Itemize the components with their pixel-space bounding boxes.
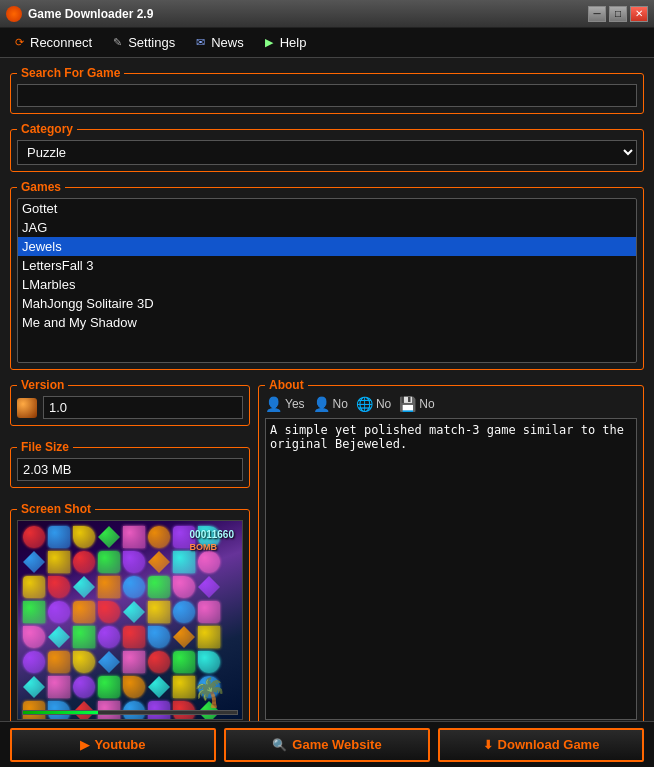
about-no1-label: No bbox=[333, 397, 348, 411]
reconnect-icon: ⟳ bbox=[12, 36, 26, 50]
settings-icon: ✎ bbox=[110, 36, 124, 50]
screenshot-image: 00011660 BOMB 🌴 bbox=[17, 520, 243, 720]
youtube-label: Youtube bbox=[94, 737, 145, 752]
download-icon: ⬇ bbox=[483, 738, 493, 752]
about-fieldset: About 👤 Yes 👤 No 🌐 No 💾 bbox=[258, 378, 644, 721]
progress-bar-bg bbox=[22, 710, 238, 715]
menu-item-help[interactable]: ▶ Help bbox=[254, 31, 315, 54]
screenshot-fieldset: Screen Shot 00011660 BOMB 🌴 bbox=[10, 502, 250, 721]
about-yes-label: Yes bbox=[285, 397, 305, 411]
game-website-icon: 🔍 bbox=[272, 738, 287, 752]
menu-label-reconnect: Reconnect bbox=[30, 35, 92, 50]
youtube-icon: ▶ bbox=[80, 738, 89, 752]
menu-item-reconnect[interactable]: ⟳ Reconnect bbox=[4, 31, 100, 54]
palm-tree-decoration: 🌴 bbox=[192, 676, 227, 709]
version-fieldset: Version bbox=[10, 378, 250, 426]
menu-label-settings: Settings bbox=[128, 35, 175, 50]
minimize-button[interactable]: ─ bbox=[588, 6, 606, 22]
about-icon-no3: 💾 No bbox=[399, 396, 434, 412]
version-legend: Version bbox=[17, 378, 68, 392]
game-website-label: Game Website bbox=[292, 737, 381, 752]
about-icon-no2: 🌐 No bbox=[356, 396, 391, 412]
version-icon bbox=[17, 398, 37, 418]
category-select[interactable]: PuzzleActionAdventureArcadeStrategySport… bbox=[17, 140, 637, 165]
window-title: Game Downloader 2.9 bbox=[28, 7, 153, 21]
close-button[interactable]: ✕ bbox=[630, 6, 648, 22]
menu-label-help: Help bbox=[280, 35, 307, 50]
search-input[interactable] bbox=[17, 84, 637, 107]
bottom-bar: ▶ Youtube 🔍 Game Website ⬇ Download Game bbox=[0, 721, 654, 767]
search-fieldset: Search For Game bbox=[10, 66, 644, 114]
category-legend: Category bbox=[17, 122, 77, 136]
about-no3-label: No bbox=[419, 397, 434, 411]
window-controls: ─ □ ✕ bbox=[588, 6, 648, 22]
filesize-fieldset: File Size bbox=[10, 440, 250, 488]
title-bar: Game Downloader 2.9 ─ □ ✕ bbox=[0, 0, 654, 28]
version-input[interactable] bbox=[43, 396, 243, 419]
filesize-input[interactable] bbox=[17, 458, 243, 481]
search-legend: Search For Game bbox=[17, 66, 124, 80]
filesize-legend: File Size bbox=[17, 440, 73, 454]
download-game-label: Download Game bbox=[498, 737, 600, 752]
category-fieldset: Category PuzzleActionAdventureArcadeStra… bbox=[10, 122, 644, 172]
app-icon bbox=[6, 6, 22, 22]
menu-label-news: News bbox=[211, 35, 244, 50]
about-icon-no1: 👤 No bbox=[313, 396, 348, 412]
left-column: Version File Size Screen Shot 00011660 bbox=[10, 378, 250, 721]
download-game-button[interactable]: ⬇ Download Game bbox=[438, 728, 644, 762]
main-content: Search For Game Category PuzzleActionAdv… bbox=[0, 58, 654, 721]
maximize-button[interactable]: □ bbox=[609, 6, 627, 22]
score-display: 00011660 BOMB bbox=[190, 529, 235, 552]
help-icon: ▶ bbox=[262, 36, 276, 50]
game-website-button[interactable]: 🔍 Game Website bbox=[224, 728, 430, 762]
news-icon: ✉ bbox=[193, 36, 207, 50]
about-icon-yes: 👤 Yes bbox=[265, 396, 305, 412]
games-fieldset: Games GottetJAGJewelsLettersFall 3LMarbl… bbox=[10, 180, 644, 370]
menu-item-settings[interactable]: ✎ Settings bbox=[102, 31, 183, 54]
about-icons-row: 👤 Yes 👤 No 🌐 No 💾 No bbox=[265, 396, 637, 412]
bottom-row: Version File Size Screen Shot 00011660 bbox=[10, 378, 644, 721]
progress-bar bbox=[23, 711, 98, 714]
right-column: About 👤 Yes 👤 No 🌐 No 💾 bbox=[258, 378, 644, 721]
screenshot-legend: Screen Shot bbox=[17, 502, 95, 516]
games-list[interactable]: GottetJAGJewelsLettersFall 3LMarblesMahJ… bbox=[17, 198, 637, 363]
about-legend: About bbox=[265, 378, 308, 392]
menu-bar: ⟳ Reconnect ✎ Settings ✉ News ▶ Help bbox=[0, 28, 654, 58]
games-legend: Games bbox=[17, 180, 65, 194]
about-textarea: A simple yet polished match-3 game simil… bbox=[265, 418, 637, 720]
about-no2-label: No bbox=[376, 397, 391, 411]
youtube-button[interactable]: ▶ Youtube bbox=[10, 728, 216, 762]
menu-item-news[interactable]: ✉ News bbox=[185, 31, 252, 54]
